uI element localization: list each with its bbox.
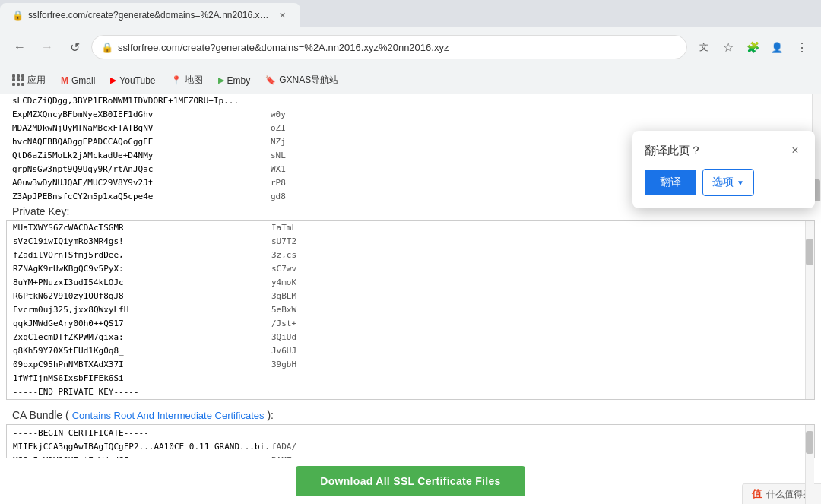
cert-row: R6PtkN62V910zy1OUf8qJ83gBLM [7,290,804,303]
translate-popup-title: 翻译此页？ [645,144,702,158]
bookmark-youtube[interactable]: ▶ YouTube [104,74,161,87]
smzdm-logo: 值 [752,487,762,501]
nav-bar: ← → ↺ 🔒 sslforfree.com/create?generate&d… [0,27,821,67]
translate-close-btn[interactable]: × [788,143,803,158]
bookmark-emby[interactable]: ▶ Emby [212,74,257,87]
bookmark-gxnas-label: GXNAS导航站 [279,74,338,87]
scrollbar-ca[interactable] [805,425,814,504]
gxnas-icon: 🔖 [265,75,276,85]
cert-row: fZadilVOrnTSfmj5rdDee,3z,cs [7,249,804,262]
address-text: sslforfree.com/create?generate&domains=%… [118,42,677,53]
cert-row: qqkJMWdGeAry00h0++QS17/Jst+ [7,317,804,331]
menu-icon[interactable]: ⋮ [791,36,812,58]
browser-chrome: 🔒 sslforfree.com/create?generate&domains… [0,0,821,67]
bookmark-apps-label: 应用 [27,74,46,87]
nav-actions: 文 ☆ 🧩 👤 ⋮ [693,36,812,58]
bookmark-gmail-label: Gmail [71,75,95,86]
translate-popup-header: 翻译此页？ × [645,143,803,158]
main-content: sLCDcZiQDgg,3BYP1FRoNWM1IDVDORE+1MEZORU+… [0,94,821,504]
ca-bundle-label: CA Bundle ( Contains Root And Intermedia… [0,404,821,424]
private-key-box[interactable]: MUaTXWYS6ZcWACDAcTSGMRIaTmL sVzC19iwIQiy… [6,220,815,400]
translate-confirm-btn[interactable]: 翻译 [645,170,696,195]
tab-close-btn[interactable]: ✕ [276,9,288,21]
youtube-icon: ▶ [110,75,116,85]
bookmark-maps-label: 地图 [185,74,203,87]
scrollbar-thumb-ca [806,431,813,454]
bookmark-icon[interactable]: ☆ [718,36,739,58]
profile-icon[interactable]: 👤 [766,36,788,58]
forward-button[interactable]: → [36,36,58,58]
lock-icon: 🔒 [101,42,113,53]
cert-row: sLCDcZiQDgg,3BYP1FRoNWM1IDVDORE+1MEZORU+… [6,94,803,108]
active-tab[interactable]: 🔒 sslforfree.com/create?generate&domains… [0,3,300,27]
download-btn-area: Download All SSL Certificate Files [0,458,821,504]
cert-row: ExpMZXQncyBFbmNyeXB0IEF1dGhvw0y [6,108,803,122]
cert-row: 09oxpC95hPnNMBTXAdX37I39gbH [7,358,804,372]
translate-icon[interactable]: 文 [693,36,715,58]
extensions-icon[interactable]: 🧩 [742,36,763,58]
cert-row: -----BEGIN CERTIFICATE----- [7,426,804,440]
cert-row: sVzC19iwIQiymRo3MR4gs!sU7T2 [7,235,804,249]
bookmark-youtube-label: YouTube [119,75,155,86]
bookmark-gxnas[interactable]: 🔖 GXNAS导航站 [259,72,344,88]
private-key-section: Private Key: MUaTXWYS6ZcWACDAcTSGMRIaTmL… [0,201,821,400]
tab-bar: 🔒 sslforfree.com/create?generate&domains… [0,0,821,27]
tab-title: sslforfree.com/create?generate&domains=%… [28,10,271,21]
bookmark-gmail[interactable]: M Gmail [55,74,101,87]
translate-popup: 翻译此页？ × 翻译 选项 ▼ [632,131,815,208]
address-bar[interactable]: 🔒 sslforfree.com/create?generate&domains… [91,35,687,59]
cert-row: 1fWfIjnMS6IxsbFIFEk6Si [7,372,804,385]
download-all-btn[interactable]: Download All SSL Certificate Files [296,466,525,496]
apps-grid-icon [12,74,24,87]
cert-row: q8Kh59Y70X5tFUd1Kg0q8_Jv6UJ [7,344,804,358]
cert-row: Fvcrm0uj325,jxx8QWxyLfH5eBxW [7,303,804,317]
bookmarks-toolbar: 应用 M Gmail ▶ YouTube 📍 地图 ▶ Emby 🔖 GXNAS… [0,67,821,94]
cert-row: 8uYM+PNuzxI3udI54kLOJcy4moK [7,276,804,290]
gmail-icon: M [61,75,68,86]
back-button[interactable]: ← [9,36,30,58]
emby-icon: ▶ [218,75,224,85]
cert-row: MIIEkjCCA3qgAwIBAgIQCgFP2...AA10CE 0.11 … [7,440,804,454]
chevron-down-icon: ▼ [737,179,744,187]
ca-bundle-link[interactable]: Contains Root And Intermediate Certifica… [72,410,265,421]
cert-row: RZNAgK9rUwKBgQC9v5PyX:sC7wv [7,262,804,276]
cert-row: MUaTXWYS6ZcWACDAcTSGMRIaTmL [7,221,804,235]
scrollbar-thumb-private [806,239,813,265]
reload-button[interactable]: ↺ [64,36,85,58]
bookmark-maps[interactable]: 📍 地图 [165,72,209,88]
cert-row: ZxqC1ecmDTfZKPWM7qixa:3QiUd [7,331,804,344]
cert-row-end: -----END PRIVATE KEY----- [7,385,804,399]
scrollbar-private[interactable] [805,221,814,399]
tab-favicon: 🔒 [12,10,24,21]
translate-actions: 翻译 选项 ▼ [645,169,803,196]
private-key-rows: MUaTXWYS6ZcWACDAcTSGMRIaTmL sVzC19iwIQiy… [7,221,814,399]
maps-icon: 📍 [171,75,182,85]
translate-options-btn[interactable]: 选项 ▼ [702,169,754,196]
bookmark-emby-label: Emby [227,75,251,86]
bookmark-apps[interactable]: 应用 [6,72,52,88]
